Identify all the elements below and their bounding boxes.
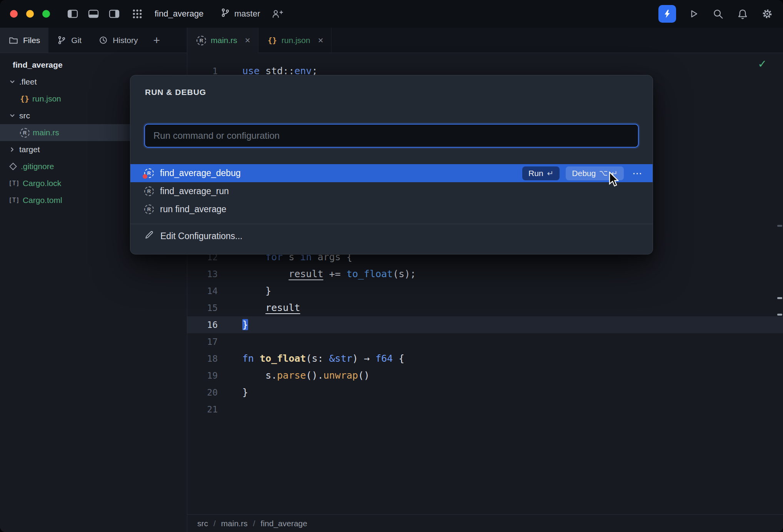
breadcrumb-item-find-average[interactable]: find_average: [261, 519, 307, 528]
breadcrumb: src/main.rs/find_average: [187, 514, 783, 532]
tree-item-label: run.json: [32, 94, 61, 103]
option-key-icon: [600, 171, 607, 176]
settings-gear-icon[interactable]: [760, 7, 775, 21]
editor-tab-bar: Rmain.rs×{}run.json×: [187, 28, 783, 53]
line-number-20[interactable]: 20: [187, 384, 218, 401]
sidebar-tab-git[interactable]: Git: [48, 28, 90, 53]
chevron-right-icon[interactable]: [8, 146, 16, 153]
window-minimize-button[interactable]: [26, 10, 34, 18]
code-line-15[interactable]: result: [242, 299, 783, 316]
notifications-bell-icon[interactable]: [735, 7, 750, 21]
toggle-bottom-panel-button[interactable]: [86, 7, 101, 21]
scrollbar-mark[interactable]: [777, 225, 782, 227]
tree-item-label: main.rs: [33, 128, 59, 137]
fleet-window: find_average master: [0, 0, 783, 532]
project-name[interactable]: find_average: [155, 9, 203, 19]
editor-tab-run-json[interactable]: {}run.json×: [258, 28, 332, 53]
code-line-17[interactable]: [242, 333, 783, 350]
line-number-13[interactable]: 13: [187, 266, 218, 283]
toml-file-icon: [T]: [8, 197, 20, 203]
workspace-grid-icon[interactable]: [130, 7, 145, 21]
line-number-15[interactable]: 15: [187, 299, 218, 316]
tree-item-label: target: [19, 145, 40, 154]
toml-file-icon: [T]: [8, 180, 20, 186]
chevron-down-icon[interactable]: [8, 112, 16, 120]
config-actions: Run↵Debug↵⋯: [522, 166, 643, 180]
breadcrumb-item-src[interactable]: src: [197, 519, 208, 528]
tree-item-find-average[interactable]: find_average: [0, 57, 187, 73]
code-line-16[interactable]: }: [242, 316, 783, 333]
line-number-21[interactable]: 21: [187, 401, 218, 418]
rust-file-icon: R: [197, 36, 206, 45]
close-tab-icon[interactable]: ×: [245, 36, 250, 45]
return-key-icon: ↵: [547, 169, 554, 178]
mouse-cursor: [608, 171, 619, 188]
code-line-18[interactable]: fn to_float(s: &str) → f64 {: [242, 350, 783, 367]
editor-tab-main-rs[interactable]: Rmain.rs×: [187, 28, 258, 53]
code-line-21[interactable]: [242, 401, 783, 418]
toggle-left-panel-button[interactable]: [65, 7, 80, 21]
sidebar-tab-bar: FilesGitHistory+: [0, 28, 187, 53]
code-line-20[interactable]: }: [242, 384, 783, 401]
breadcrumb-item-main-rs[interactable]: main.rs: [221, 519, 248, 528]
new-tab-button[interactable]: +: [147, 28, 167, 53]
run-debug-lightning-button[interactable]: [658, 5, 676, 23]
line-number-18[interactable]: 18: [187, 350, 218, 367]
tree-item-label: .fleet: [19, 77, 37, 86]
run-action-button[interactable]: Run↵: [522, 166, 560, 180]
editor-tab-label: main.rs: [211, 36, 237, 45]
window-zoom-button[interactable]: [42, 10, 50, 18]
tree-item-label: Cargo.toml: [23, 196, 62, 205]
search-icon[interactable]: [711, 7, 725, 21]
folder-icon: [8, 35, 18, 45]
rust-file-icon: R: [20, 128, 30, 138]
inspections-check-icon[interactable]: ✓: [758, 58, 767, 70]
tree-item-label: Cargo.lock: [23, 179, 61, 188]
run-command-input[interactable]: [144, 124, 639, 148]
run-config-find-average-run[interactable]: Rfind_average_run: [130, 182, 653, 200]
tree-item-label: .gitignore: [21, 162, 54, 171]
code-line-19[interactable]: s.parse().unwrap(): [242, 367, 783, 384]
git-branch-button[interactable]: master: [220, 8, 260, 20]
run-config-label: run find_average: [160, 204, 227, 214]
sidebar-tab-history[interactable]: History: [90, 28, 146, 53]
titlebar: find_average master: [0, 0, 783, 28]
sidebar-tab-label: History: [113, 36, 138, 45]
breadcrumb-separator: /: [213, 519, 216, 528]
edit-configurations-item[interactable]: Edit Configurations...: [130, 227, 653, 245]
branch-icon: [220, 8, 230, 20]
scrollbar-mark[interactable]: [777, 314, 782, 316]
window-close-button[interactable]: [10, 10, 18, 18]
branch-name: master: [234, 9, 260, 19]
scrollbar-mark[interactable]: [777, 297, 782, 299]
run-config-run-find-average[interactable]: Rrun find_average: [130, 200, 653, 218]
json-braces-icon: {}: [268, 37, 277, 44]
debug-action-label: Debug: [572, 169, 596, 178]
line-number-19[interactable]: 19: [187, 367, 218, 384]
line-number-17[interactable]: 17: [187, 333, 218, 350]
editor-tab-label: run.json: [282, 36, 310, 45]
more-options-button[interactable]: ⋯: [632, 168, 643, 178]
code-line-13[interactable]: result += to_float(s);: [242, 266, 783, 283]
run-debug-popup: RUN & DEBUG Rfind_average_debugRun↵Debug…: [130, 75, 653, 254]
run-play-icon[interactable]: [686, 7, 701, 21]
window-controls: [10, 10, 50, 18]
run-configurations-list: Rfind_average_debugRun↵Debug↵⋯Rfind_aver…: [130, 164, 653, 218]
chevron-down-icon[interactable]: [8, 78, 16, 86]
edit-configurations-label: Edit Configurations...: [160, 231, 243, 241]
run-config-find-average-debug[interactable]: Rfind_average_debugRun↵Debug↵⋯: [130, 164, 653, 182]
titlebar-actions: [658, 5, 775, 23]
git-file-icon: [9, 163, 17, 170]
tree-item-label: find_average: [13, 60, 63, 70]
sidebar-tab-label: Git: [71, 36, 82, 45]
sidebar-tab-files[interactable]: Files: [0, 28, 48, 53]
clock-icon: [98, 35, 108, 45]
code-line-14[interactable]: }: [242, 283, 783, 299]
line-number-14[interactable]: 14: [187, 283, 218, 299]
toggle-right-panel-button[interactable]: [107, 7, 122, 21]
close-tab-icon[interactable]: ×: [318, 36, 323, 45]
rust-file-icon: R: [144, 204, 154, 214]
line-number-16[interactable]: 16: [187, 316, 218, 333]
invite-collaborator-icon[interactable]: [270, 7, 285, 21]
breadcrumb-separator: /: [253, 519, 255, 528]
